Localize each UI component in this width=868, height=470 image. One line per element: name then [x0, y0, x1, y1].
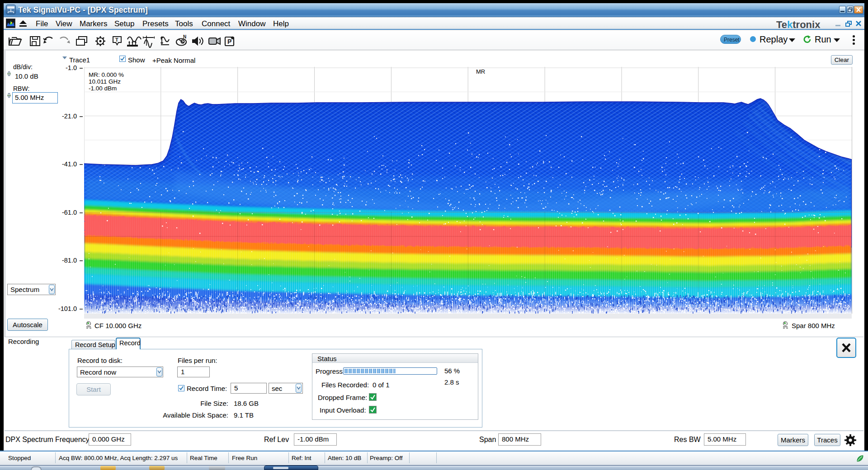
svg-text:T: T [115, 37, 118, 42]
svg-text:P: P [227, 38, 231, 45]
svg-text:N: N [183, 34, 186, 39]
